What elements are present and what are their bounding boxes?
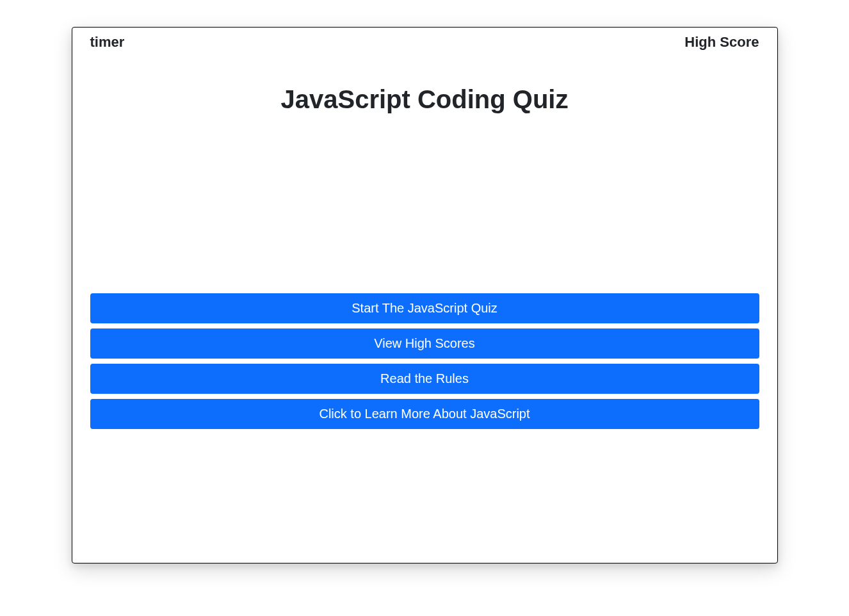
learn-more-button[interactable]: Click to Learn More About JavaScript [90,399,759,429]
quiz-card: timer High Score JavaScript Coding Quiz … [72,27,778,563]
read-rules-button[interactable]: Read the Rules [90,364,759,394]
start-quiz-button[interactable]: Start The JavaScript Quiz [90,293,759,323]
header-row: timer High Score [90,34,759,51]
timer-label: timer [90,34,125,51]
view-scores-button[interactable]: View High Scores [90,328,759,359]
high-score-link[interactable]: High Score [684,34,759,51]
page-title: JavaScript Coding Quiz [90,85,759,114]
button-group: Start The JavaScript Quiz View High Scor… [90,293,759,429]
